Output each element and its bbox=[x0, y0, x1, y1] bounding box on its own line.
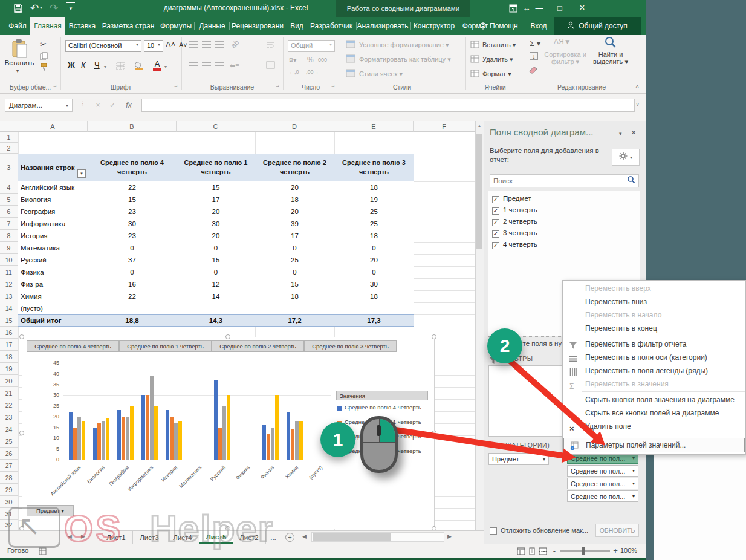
row-header-21[interactable]: 21 bbox=[0, 387, 18, 399]
context-menu-item-7[interactable]: ΣПереместить в значения bbox=[563, 377, 745, 391]
format-painter-icon[interactable] bbox=[40, 63, 48, 71]
row-header-20[interactable]: 20 bbox=[0, 375, 18, 387]
hscroll-left-icon[interactable]: ◀ bbox=[302, 533, 307, 539]
context-menu-item-1[interactable]: Переместить вниз bbox=[563, 295, 745, 308]
chart-selection-handle[interactable] bbox=[19, 334, 24, 339]
number-dialog-launcher-icon[interactable]: ⌐ bbox=[331, 84, 334, 90]
panel-close-icon[interactable]: × bbox=[631, 128, 636, 137]
ribbon-display-options-icon[interactable] bbox=[509, 4, 517, 13]
formula-input[interactable] bbox=[141, 99, 635, 112]
zoom-out-button[interactable]: - bbox=[551, 545, 558, 555]
row-header-26[interactable]: 26 bbox=[0, 448, 18, 460]
fill-color-icon[interactable] bbox=[134, 60, 145, 70]
formula-bar-expand-icon[interactable]: ˅ bbox=[636, 102, 639, 108]
row-header-25[interactable]: 25 bbox=[0, 435, 18, 448]
row-header-9[interactable]: 9 bbox=[0, 242, 18, 254]
field-item-label[interactable]: 4 четверть bbox=[503, 241, 537, 248]
values-area-item-3[interactable]: Среднее по пол...▾ bbox=[567, 490, 638, 502]
row-header-11[interactable]: 11 bbox=[0, 266, 18, 278]
tab-strip-splitter[interactable] bbox=[458, 532, 459, 542]
row-header-15[interactable]: 15 bbox=[0, 314, 18, 327]
chart-legend-title-button[interactable]: Значения bbox=[336, 391, 428, 400]
context-menu-item-6[interactable]: Переместить в поля легенды (ряды) bbox=[563, 364, 745, 377]
zoom-slider-track[interactable] bbox=[560, 550, 610, 552]
zoom-slider-thumb[interactable] bbox=[582, 547, 585, 555]
row-header-3[interactable]: 3 bbox=[0, 154, 18, 181]
row-header-4[interactable]: 4 bbox=[0, 181, 18, 194]
cells-item-2[interactable]: Формат ▾ bbox=[482, 69, 511, 79]
row-header-28[interactable]: 28 bbox=[0, 472, 18, 484]
undo-button[interactable]: ↶ bbox=[28, 1, 41, 15]
select-all-corner[interactable] bbox=[0, 121, 18, 132]
row-header-27[interactable]: 27 bbox=[0, 460, 18, 472]
row-header-8[interactable]: 8 bbox=[0, 230, 18, 242]
align-icon[interactable] bbox=[189, 41, 198, 48]
row-header-16[interactable]: 16 bbox=[0, 327, 18, 339]
styles-item-1[interactable]: Форматировать как таблицу ▾ bbox=[359, 54, 451, 64]
align-icon[interactable] bbox=[202, 62, 211, 68]
row-header-5[interactable]: 5 bbox=[0, 194, 18, 206]
row-header-29[interactable]: 29 bbox=[0, 484, 18, 496]
field-checkbox-1 четверть[interactable]: ✓ bbox=[492, 207, 499, 215]
paste-button-label[interactable]: Вставить bbox=[1, 59, 37, 67]
insert-function-button[interactable]: fx bbox=[122, 100, 135, 111]
panel-options-icon[interactable]: ▾ bbox=[619, 131, 622, 137]
ribbon-tab-рецензировани[interactable]: Рецензировани bbox=[230, 17, 285, 35]
chart-field-button-0[interactable]: Среднее по полю 4 четверть bbox=[27, 340, 119, 352]
hscroll-thumb[interactable] bbox=[313, 533, 391, 541]
view-page-layout-icon[interactable] bbox=[528, 547, 536, 555]
save-icon[interactable] bbox=[13, 4, 23, 13]
find-select-icon[interactable] bbox=[605, 36, 617, 48]
values-area-item-2[interactable]: Среднее по пол...▾ bbox=[567, 478, 638, 489]
context-menu-item-9[interactable]: Скрыть все кнопки полей на диаграмме bbox=[563, 406, 745, 420]
zoom-level-label[interactable]: 100% bbox=[620, 547, 637, 554]
styles-item-2[interactable]: Стили ячеек ▾ bbox=[359, 69, 403, 79]
qat-customize-button[interactable]: ▾ bbox=[66, 2, 75, 13]
row-header-19[interactable]: 19 bbox=[0, 363, 18, 375]
undo-dropdown-icon[interactable]: ▾ bbox=[40, 5, 42, 10]
row-header-13[interactable]: 13 bbox=[0, 290, 18, 302]
chart-field-button-3[interactable]: Среднее по полю 3 четверть bbox=[304, 340, 397, 352]
vertical-scrollbar-thumb[interactable] bbox=[476, 134, 482, 249]
view-page-break-icon[interactable] bbox=[539, 547, 547, 555]
clipboard-dialog-launcher-icon[interactable]: ⌐ bbox=[53, 84, 56, 90]
ribbon-tab-вставка[interactable]: Вставка bbox=[65, 17, 99, 35]
cancel-formula-button[interactable]: × bbox=[92, 100, 104, 111]
context-menu-item-2[interactable]: Переместить в начало bbox=[563, 308, 745, 322]
align-icon[interactable] bbox=[202, 41, 211, 48]
maximize-button[interactable]: □ bbox=[554, 1, 566, 15]
borders-icon[interactable] bbox=[116, 62, 125, 70]
ribbon-tab-разметка стран[interactable]: Разметка стран bbox=[99, 17, 157, 35]
column-header-A[interactable]: A bbox=[18, 121, 88, 132]
field-checkbox-3 четверть[interactable]: ✓ bbox=[492, 230, 499, 238]
field-item-label[interactable]: 3 четверть bbox=[503, 229, 537, 236]
row-header-18[interactable]: 18 bbox=[0, 351, 18, 363]
defer-checkbox[interactable] bbox=[490, 527, 497, 535]
context-menu-item-5[interactable]: Переместить в поля оси (категории) bbox=[563, 351, 745, 364]
name-box[interactable]: Диаграм...▾ bbox=[5, 99, 73, 112]
increase-decimal-button[interactable]: ←,0 bbox=[289, 69, 299, 75]
find-select-button[interactable]: Найти и выделить ▾ bbox=[588, 51, 634, 66]
clear-icon[interactable] bbox=[528, 65, 538, 74]
update-button[interactable]: ОБНОВИТЬ bbox=[595, 524, 639, 537]
shrink-font-button[interactable]: А˅ bbox=[179, 41, 187, 48]
pivot-filter-button[interactable]: ▾ bbox=[77, 169, 86, 178]
context-menu-item-0[interactable]: Переместить вверх bbox=[563, 282, 745, 295]
chart-selection-handle[interactable] bbox=[432, 334, 436, 339]
row-header-1[interactable]: 1 bbox=[0, 132, 18, 143]
column-header-C[interactable]: C bbox=[177, 121, 255, 132]
cells-item-0[interactable]: Вставить ▾ bbox=[482, 40, 516, 50]
comma-format-button[interactable]: 000 bbox=[318, 57, 327, 63]
fit-window-icon[interactable]: ↔ bbox=[521, 2, 532, 13]
row-header-17[interactable]: 17 bbox=[0, 339, 18, 351]
field-checkbox-Предмет[interactable]: ✓ bbox=[492, 196, 499, 203]
ribbon-tab-файл[interactable]: Файл bbox=[5, 17, 30, 35]
field-item-label[interactable]: Предмет bbox=[503, 195, 531, 202]
context-menu-item-3[interactable]: Переместить в конец bbox=[563, 322, 745, 335]
underline-dropdown-icon[interactable]: ▾ bbox=[104, 64, 106, 70]
sort-filter-button[interactable]: Сортировка и фильтр ▾ bbox=[544, 51, 586, 66]
grow-font-button[interactable]: А˄ bbox=[166, 40, 175, 49]
redo-button[interactable]: ↷ bbox=[47, 1, 60, 15]
row-header-24[interactable]: 24 bbox=[0, 423, 18, 435]
italic-button[interactable]: К bbox=[81, 60, 86, 70]
